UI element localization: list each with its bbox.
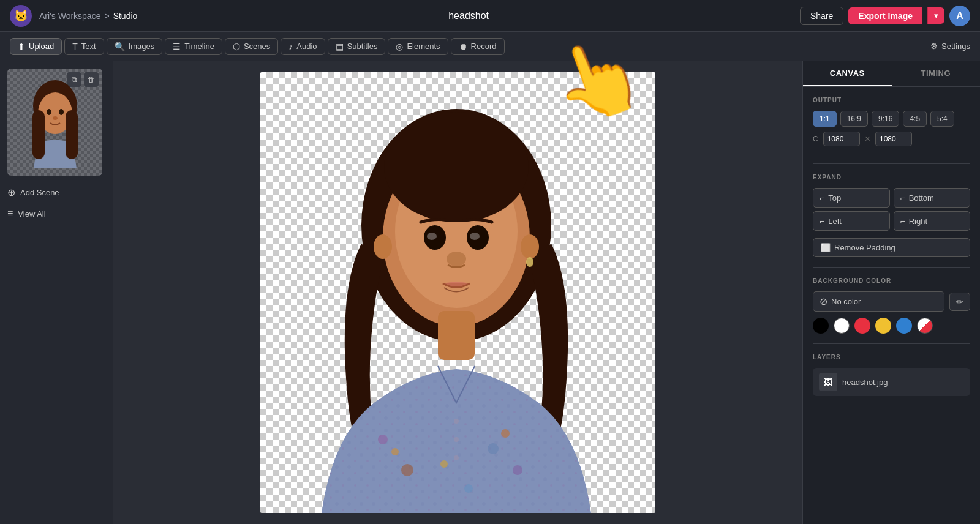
timeline-button[interactable]: ☰ Timeline (165, 38, 222, 55)
tab-canvas[interactable]: CANVAS (803, 61, 892, 86)
aspect-ratio-4-5[interactable]: 4:5 (903, 111, 927, 127)
expand-top-icon: ⌐ (820, 193, 824, 203)
view-all-button[interactable]: ≡ View All (7, 206, 105, 222)
aspect-ratio-buttons: 1:1 16:9 9:16 4:5 5:4 (813, 111, 970, 127)
panel-tabs: CANVAS TIMING (803, 61, 980, 87)
record-button[interactable]: ⏺ Record (451, 38, 505, 55)
main-area: ⧉ 🗑 ⊕ Add Scene ≡ View All (0, 61, 980, 524)
svg-point-13 (427, 233, 437, 240)
svg-point-22 (501, 429, 510, 438)
expand-top-button[interactable]: ⌐ Top (813, 188, 890, 208)
layers-section: LAYERS 🖼 headshot.jpg (803, 344, 980, 406)
canvas-wrapper (260, 72, 655, 513)
elements-icon: ◎ (396, 42, 403, 51)
sidebar-left: ⧉ 🗑 ⊕ Add Scene ≡ View All (0, 61, 113, 524)
scene-thumbnail[interactable]: ⧉ 🗑 (7, 69, 102, 176)
elements-button[interactable]: ◎ Elements (388, 38, 448, 55)
aspect-ratio-5-4[interactable]: 5:4 (930, 111, 954, 127)
svg-point-14 (470, 233, 480, 240)
svg-point-3 (59, 109, 64, 115)
subtitles-button[interactable]: ▤ Subtitles (328, 38, 386, 55)
aspect-ratio-9-16[interactable]: 9:16 (872, 111, 899, 127)
svg-point-30 (454, 455, 459, 460)
panel-right: CANVAS TIMING OUTPUT 1:1 16:9 9:16 4:5 5… (802, 61, 980, 524)
expand-bottom-button[interactable]: ⌐ Bottom (894, 188, 971, 208)
svg-point-28 (454, 419, 459, 424)
expand-section: EXPAND ⌐ Top ⌐ Bottom ⌐ Left ⌐ Right (803, 164, 980, 267)
settings-icon: ⚙ (930, 42, 938, 51)
breadcrumb-separator: > (104, 11, 109, 21)
topbar-actions: Share Export Image ▾ A (800, 6, 970, 26)
custom-separator: × (865, 133, 870, 144)
subtitles-icon: ▤ (336, 42, 344, 51)
custom-height-input[interactable] (875, 132, 912, 146)
svg-point-24 (401, 464, 413, 476)
view-all-icon: ≡ (7, 208, 13, 219)
remove-padding-button[interactable]: ⬜ Remove Padding (813, 238, 970, 257)
chevron-down-icon: ▾ (934, 11, 938, 20)
workspace-link[interactable]: Ari's Workspace (39, 11, 100, 21)
export-dropdown-button[interactable]: ▾ (927, 7, 944, 24)
swatch-blue[interactable] (896, 318, 912, 334)
user-avatar-button[interactable]: A (949, 6, 970, 26)
eyedropper-icon: ✏ (956, 297, 963, 307)
layer-thumbnail: 🖼 (819, 373, 837, 391)
swatch-yellow[interactable] (875, 318, 891, 334)
output-section: OUTPUT 1:1 16:9 9:16 4:5 5:4 C × (803, 87, 980, 163)
remove-padding-icon: ⬜ (821, 243, 831, 252)
audio-button[interactable]: ♪ Audio (281, 38, 325, 55)
no-color-icon: ⊘ (820, 296, 827, 307)
delete-icon: 🗑 (88, 75, 95, 84)
layer-name: headshot.jpg (842, 378, 888, 387)
topbar: 🐱 Ari's Workspace > Studio headshot Shar… (0, 0, 980, 32)
document-title[interactable]: headshot (145, 10, 793, 21)
expand-right-button[interactable]: ⌐ Right (894, 211, 971, 231)
breadcrumb: Ari's Workspace > Studio (39, 11, 137, 21)
images-icon: 🔍 (115, 42, 125, 51)
timeline-icon: ☰ (173, 42, 181, 51)
svg-point-10 (384, 112, 529, 222)
svg-rect-6 (66, 110, 78, 159)
text-button[interactable]: T Text (64, 38, 104, 55)
export-button[interactable]: Export Image (848, 7, 922, 24)
svg-point-23 (488, 443, 499, 454)
expand-left-icon: ⌐ (820, 216, 824, 226)
svg-point-4 (53, 116, 58, 120)
swatch-white[interactable] (834, 318, 850, 334)
add-scene-button[interactable]: ⊕ Add Scene (7, 184, 105, 201)
eyedropper-button[interactable]: ✏ (949, 293, 970, 311)
scenes-button[interactable]: ⬡ Scenes (225, 38, 278, 55)
bg-color-row: ⊘ No color ✏ (813, 291, 970, 312)
svg-point-16 (374, 234, 392, 259)
custom-width-input[interactable] (823, 132, 860, 146)
images-button[interactable]: 🔍 Images (107, 38, 163, 55)
breadcrumb-current: Studio (113, 11, 138, 21)
layer-item[interactable]: 🖼 headshot.jpg (813, 368, 970, 396)
expand-left-button[interactable]: ⌐ Left (813, 211, 890, 231)
aspect-ratio-16-9[interactable]: 16:9 (840, 111, 868, 127)
record-icon: ⏺ (459, 42, 467, 51)
tab-timing[interactable]: TIMING (892, 61, 981, 86)
swatch-black[interactable] (813, 318, 829, 334)
no-color-button[interactable]: ⊘ No color (813, 291, 944, 312)
swatch-diagonal[interactable] (917, 318, 933, 334)
app-logo: 🐱 (10, 5, 32, 27)
svg-point-26 (440, 460, 448, 468)
aspect-ratio-1-1[interactable]: 1:1 (813, 111, 837, 127)
svg-point-20 (378, 435, 388, 444)
svg-point-21 (391, 448, 399, 455)
add-icon: ⊕ (7, 187, 15, 198)
svg-point-18 (526, 257, 533, 267)
canvas-area[interactable] (113, 61, 802, 524)
svg-point-2 (47, 109, 51, 115)
expand-bottom-icon: ⌐ (900, 193, 905, 203)
share-button[interactable]: Share (800, 7, 843, 25)
color-swatches (813, 318, 970, 334)
svg-point-29 (454, 437, 459, 442)
layer-img-icon: 🖼 (824, 377, 832, 387)
settings-button[interactable]: ⚙ Settings (930, 42, 970, 51)
swatch-red[interactable] (854, 318, 870, 334)
expand-label: EXPAND (813, 174, 970, 181)
upload-button[interactable]: ⬆ Upload (10, 38, 62, 55)
audio-icon: ♪ (288, 42, 293, 51)
